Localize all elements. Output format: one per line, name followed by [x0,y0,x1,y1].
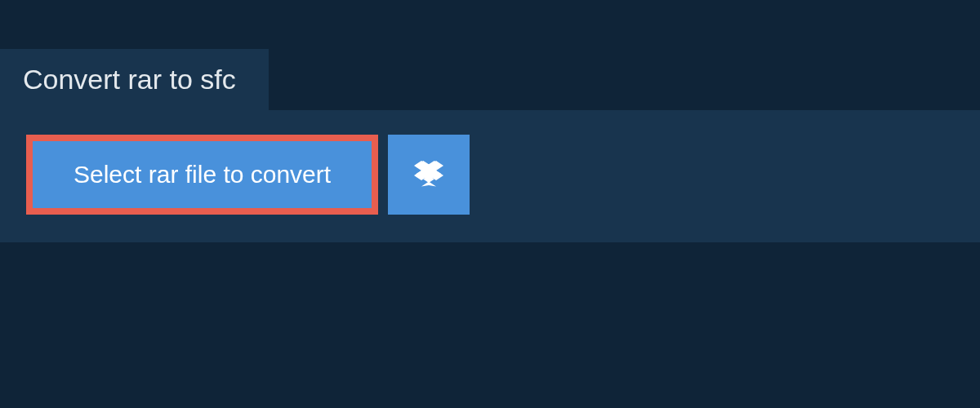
button-row: Select rar file to convert [26,135,954,215]
select-file-button[interactable]: Select rar file to convert [26,135,378,215]
dropbox-button[interactable] [388,135,470,215]
select-file-label: Select rar file to convert [74,162,331,187]
convert-panel: Select rar file to convert [0,110,980,242]
dropbox-icon [414,158,443,191]
page-title: Convert rar to sfc [23,64,236,95]
page-title-tab: Convert rar to sfc [0,49,269,110]
